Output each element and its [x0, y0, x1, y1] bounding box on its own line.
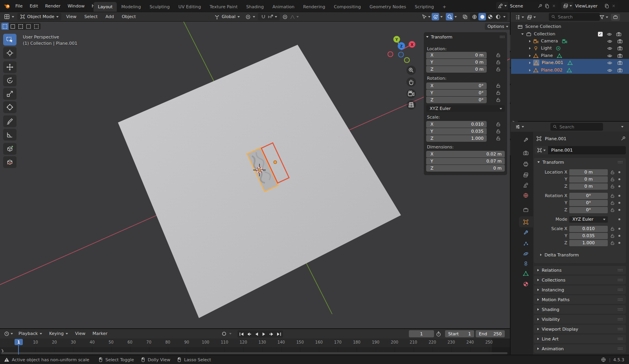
hide-eye-icon[interactable] — [607, 53, 612, 59]
tab-modifiers[interactable] — [522, 230, 529, 236]
orthographic-toggle-button[interactable] — [406, 100, 416, 110]
location-z-field[interactable]: Z0 m — [426, 66, 487, 73]
shading-material-button[interactable] — [486, 13, 494, 20]
animate-dot[interactable] — [618, 195, 620, 197]
panel-motion-paths[interactable]: Motion Paths — [534, 295, 626, 304]
hide-eye-icon[interactable] — [607, 60, 612, 66]
network-globe-icon[interactable] — [601, 357, 606, 362]
tool-measure[interactable] — [3, 129, 17, 141]
dimensions-x-field[interactable]: X0.02 m — [426, 151, 505, 157]
animate-dot[interactable] — [618, 202, 620, 204]
expand-icon[interactable] — [529, 40, 531, 42]
timeline-editor-type-dropdown[interactable] — [2, 331, 15, 337]
select-mode-invert[interactable] — [25, 23, 33, 30]
disable-render-icon[interactable] — [617, 46, 623, 51]
shading-dropdown[interactable] — [503, 16, 506, 18]
animate-dot[interactable] — [618, 228, 620, 230]
animate-dot[interactable] — [618, 235, 620, 237]
pan-hand-button[interactable] — [406, 77, 416, 87]
tool-scale[interactable] — [3, 88, 17, 100]
menu-render[interactable]: Render — [42, 4, 64, 9]
snap-toggle[interactable] — [261, 14, 266, 20]
tab-render[interactable] — [522, 150, 529, 156]
menu-view-timeline[interactable]: View — [72, 331, 88, 336]
tab-object-data[interactable] — [522, 270, 529, 276]
outliner-search[interactable] — [549, 13, 600, 21]
menu-keying[interactable]: Keying — [46, 331, 71, 336]
tab-constraints[interactable] — [522, 260, 529, 267]
lock-icon[interactable] — [610, 170, 615, 175]
lock-scale-y-icon[interactable] — [496, 129, 501, 134]
lock-icon[interactable] — [610, 234, 615, 238]
tool-duplicate[interactable] — [3, 156, 17, 168]
show-gizmo-toggle[interactable] — [432, 13, 439, 20]
object-type-visibility-dropdown[interactable] — [421, 14, 430, 20]
tab-tool[interactable] — [522, 137, 529, 143]
workspace-tab-sculpting[interactable]: Sculpting — [145, 2, 174, 12]
workspace-tab-scripting[interactable]: Scripting — [410, 2, 438, 12]
panel-drag-icon[interactable] — [618, 161, 623, 164]
timeline-ruler[interactable]: 1020304050607080901001101201301401501601… — [0, 338, 510, 347]
workspace-tab-rendering[interactable]: Rendering — [299, 2, 329, 12]
pivot-point-selector[interactable] — [244, 13, 257, 20]
location-y-field[interactable]: Y0 m — [426, 59, 487, 66]
lock-icon[interactable] — [610, 227, 615, 231]
new-collection-button[interactable] — [611, 14, 620, 21]
workspace-tab-uv-editing[interactable]: UV Editing — [174, 2, 205, 12]
new-viewlayer-button[interactable] — [604, 4, 609, 9]
animate-dot[interactable] — [618, 171, 620, 173]
hide-eye-icon[interactable] — [607, 31, 612, 37]
lock-icon[interactable] — [610, 201, 615, 205]
play-reverse-button[interactable] — [253, 331, 260, 337]
workspace-tab-layout[interactable]: Layout — [94, 2, 117, 12]
properties-editor-type-dropdown[interactable] — [515, 124, 524, 130]
outliner-filter-type-dropdown[interactable] — [527, 15, 536, 20]
hide-eye-icon[interactable] — [607, 38, 612, 44]
rotation-y-field[interactable]: Y0° — [426, 90, 487, 96]
properties-options-dropdown[interactable] — [621, 126, 623, 128]
menu-edit[interactable]: Edit — [26, 4, 41, 9]
select-mode-subtract[interactable] — [17, 23, 25, 30]
outliner-row-scene-collection[interactable]: Scene Collection — [511, 23, 629, 30]
tab-physics[interactable] — [522, 251, 529, 257]
falloff-selector[interactable] — [290, 14, 299, 20]
tool-rotate[interactable] — [3, 75, 17, 86]
outliner-display-mode-dropdown[interactable] — [515, 15, 524, 20]
panel-instancing[interactable]: Instancing — [534, 285, 626, 294]
animate-dot[interactable] — [618, 209, 620, 211]
lock-location-y-icon[interactable] — [496, 60, 501, 65]
timeline-scrollbar[interactable] — [1, 352, 508, 354]
dimensions-z-field[interactable]: Z0 m — [426, 165, 505, 172]
menu-object[interactable]: Object — [119, 14, 139, 19]
animate-dot[interactable] — [618, 218, 620, 220]
panel-relations[interactable]: Relations — [534, 266, 626, 274]
rotation-mode-dropdown[interactable]: XYZ Euler — [569, 216, 608, 223]
snap-settings-icon[interactable] — [268, 14, 273, 20]
frame-start-field[interactable]: Start1 — [445, 330, 474, 337]
tab-world[interactable] — [522, 192, 529, 198]
expand-icon[interactable] — [529, 62, 531, 64]
workspace-tab-modeling[interactable]: Modeling — [117, 2, 145, 12]
current-frame-marker[interactable]: 1 — [15, 339, 23, 345]
shading-rendered-button[interactable] — [494, 13, 502, 20]
scale-y-field[interactable]: Y0.035 — [426, 128, 487, 135]
npanel-panel-header[interactable]: Transform — [426, 34, 505, 40]
add-workspace-button[interactable]: + — [438, 2, 451, 12]
location-x-field[interactable]: X0 m — [426, 52, 487, 59]
tool-cursor[interactable] — [3, 47, 17, 59]
outliner-filter-button[interactable] — [599, 15, 608, 20]
lock-rotation-x-icon[interactable] — [496, 83, 501, 88]
menu-window[interactable]: Window — [64, 4, 88, 9]
prop-rotation-z-field[interactable]: 0° — [569, 207, 608, 213]
expand-icon[interactable] — [529, 69, 531, 71]
transform-orientation-selector[interactable]: Global — [212, 13, 243, 20]
animate-dot[interactable] — [618, 178, 620, 180]
next-keyframe-button[interactable] — [268, 331, 275, 337]
object-id-browse-button[interactable] — [535, 146, 548, 154]
viewlayer-browse-button[interactable] — [561, 3, 573, 9]
disable-render-icon[interactable] — [617, 68, 623, 73]
tab-material[interactable] — [522, 281, 529, 287]
tab-view-layer[interactable] — [522, 172, 529, 178]
outliner-search-input[interactable] — [558, 15, 598, 20]
object-name-field[interactable]: Plane.001 — [548, 146, 626, 154]
